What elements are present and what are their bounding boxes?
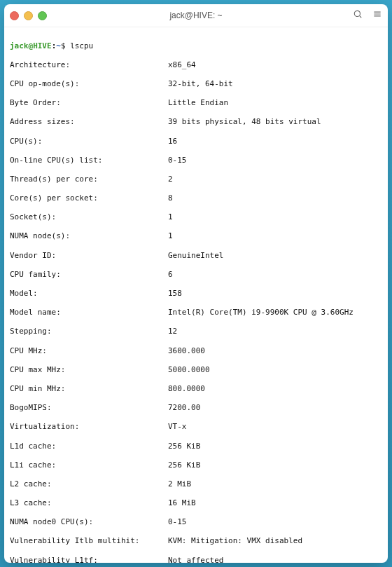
value: 2 [168,175,382,184]
row-model: Model:158 [10,289,382,299]
label: L1d cache: [10,442,168,451]
label: L2 cache: [10,479,168,489]
value: 32-bit, 64-bit [168,79,382,89]
minimize-icon[interactable] [24,11,33,20]
label: Socket(s): [10,212,168,222]
value: 2 MiB [168,479,382,489]
titlebar-actions [353,9,382,22]
label: Vulnerability L1tf: [10,556,168,563]
row-cpu-family: CPU family:6 [10,270,382,280]
label: L3 cache: [10,498,168,508]
label: CPU(s): [10,137,168,146]
label: CPU min MHz: [10,384,168,394]
label: Address sizes: [10,117,168,127]
row-cores-per-socket: Core(s) per socket:8 [10,193,382,203]
row-l1d: L1d cache:256 KiB [10,442,382,451]
value: Intel(R) Core(TM) i9-9900K CPU @ 3.60GHz [168,308,382,317]
row-l1i: L1i cache:256 KiB [10,460,382,470]
prompt-host: HIVE [33,41,52,50]
prompt-dollar: $ [61,41,66,50]
value: 256 KiB [168,460,382,470]
row-vendor-id: Vendor ID:GenuineIntel [10,251,382,261]
svg-point-0 [354,11,360,16]
row-numa0-cpus: NUMA node0 CPU(s):0-15 [10,517,382,527]
value: 0-15 [168,517,382,527]
row-bogomips: BogoMIPS:7200.00 [10,403,382,413]
value: 1 [168,212,382,222]
maximize-icon[interactable] [38,11,47,20]
value: 1 [168,231,382,241]
label: Thread(s) per core: [10,175,168,184]
svg-line-1 [360,16,362,18]
prompt-cwd: ~ [56,41,61,50]
row-l3: L3 cache:16 MiB [10,498,382,508]
terminal-window: jack@HIVE: ~ jack@HIVE:~$ lscpu Architec… [4,4,388,563]
label: Virtualization: [10,422,168,432]
value: 158 [168,289,382,299]
value: 800.0000 [168,384,382,394]
row-cpus: CPU(s):16 [10,137,382,146]
label: Model: [10,289,168,299]
row-virtualization: Virtualization:VT-x [10,422,382,432]
close-icon[interactable] [10,11,19,20]
value: 5000.0000 [168,365,382,375]
row-byte-order: Byte Order:Little Endian [10,98,382,108]
window-controls [10,11,47,20]
label: Byte Order: [10,98,168,108]
value: 12 [168,327,382,336]
row-cpu-max-mhz: CPU max MHz:5000.0000 [10,365,382,375]
row-cpu-min-mhz: CPU min MHz:800.0000 [10,384,382,394]
value: 256 KiB [168,442,382,451]
row-stepping: Stepping:12 [10,327,382,336]
prompt-line-1: jack@HIVE:~$ lscpu [10,41,382,51]
row-op-mode: CPU op-mode(s):32-bit, 64-bit [10,79,382,89]
value: 8 [168,193,382,203]
row-vuln-l1tf: Vulnerability L1tf:Not affected [10,556,382,563]
label: Vendor ID: [10,251,168,261]
value: 16 [168,137,382,146]
row-vuln-itlb: Vulnerability Itlb multihit:KVM: Mitigat… [10,536,382,546]
value: Little Endian [168,98,382,108]
value: 16 MiB [168,498,382,508]
row-architecture: Architecture:x86_64 [10,60,382,70]
command-1: lscpu [70,41,93,50]
label: Architecture: [10,60,168,70]
label: CPU max MHz: [10,365,168,375]
row-address-sizes: Address sizes:39 bits physical, 48 bits … [10,117,382,127]
label: NUMA node0 CPU(s): [10,517,168,527]
label: CPU family: [10,270,168,280]
terminal-body[interactable]: jack@HIVE:~$ lscpu Architecture:x86_64 C… [4,27,388,563]
row-l2: L2 cache:2 MiB [10,479,382,489]
row-online-cpus: On-line CPU(s) list:0-15 [10,156,382,165]
value: 3600.000 [168,346,382,356]
label: BogoMIPS: [10,403,168,413]
label: Vulnerability Itlb multihit: [10,536,168,546]
value: KVM: Mitigation: VMX disabled [168,536,382,546]
value: 0-15 [168,156,382,165]
titlebar: jack@HIVE: ~ [4,4,388,27]
value: Not affected [168,556,382,563]
label: Core(s) per socket: [10,193,168,203]
label: Stepping: [10,327,168,336]
value: x86_64 [168,60,382,70]
label: NUMA node(s): [10,231,168,241]
prompt-user: jack [10,41,29,50]
row-cpu-mhz: CPU MHz:3600.000 [10,346,382,356]
row-threads-per-core: Thread(s) per core:2 [10,175,382,184]
row-model-name: Model name:Intel(R) Core(TM) i9-9900K CP… [10,308,382,317]
value: 7200.00 [168,403,382,413]
search-icon[interactable] [353,9,363,22]
label: CPU MHz: [10,346,168,356]
row-numa-nodes: NUMA node(s):1 [10,231,382,241]
value: VT-x [168,422,382,432]
label: Model name: [10,308,168,317]
menu-icon[interactable] [372,9,382,22]
value: GenuineIntel [168,251,382,261]
value: 6 [168,270,382,280]
label: On-line CPU(s) list: [10,156,168,165]
window-title: jack@HIVE: ~ [4,11,388,20]
row-sockets: Socket(s):1 [10,212,382,222]
label: CPU op-mode(s): [10,79,168,89]
label: L1i cache: [10,460,168,470]
value: 39 bits physical, 48 bits virtual [168,117,382,127]
